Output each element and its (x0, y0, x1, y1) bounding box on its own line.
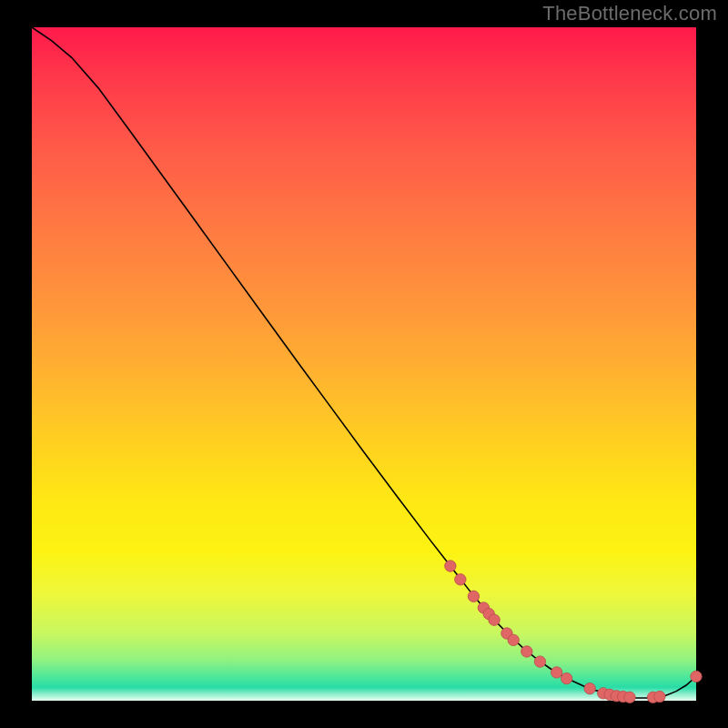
curve-marker (584, 682, 595, 693)
curve-marker (624, 692, 635, 703)
curve-marker (445, 561, 456, 571)
curve-marker (489, 614, 500, 625)
curve-marker (534, 656, 545, 667)
watermark-text: TheBottleneck.com (542, 2, 717, 25)
curve-marker (561, 672, 571, 683)
curve-marker (521, 646, 532, 657)
curve-marker (508, 634, 519, 645)
chart-frame: TheBottleneck.com (0, 0, 728, 728)
curve-marker (691, 671, 702, 682)
bottleneck-curve (32, 27, 696, 698)
curve-marker (455, 574, 466, 585)
curve-marker (654, 691, 665, 702)
curve-marker (551, 667, 562, 678)
curve-marker (468, 591, 479, 602)
chart-overlay (32, 27, 696, 701)
